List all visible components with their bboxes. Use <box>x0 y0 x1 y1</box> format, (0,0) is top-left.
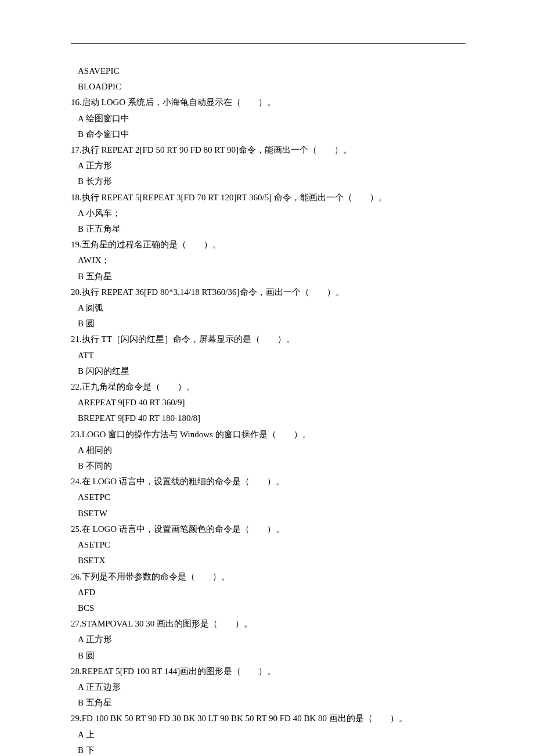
option-line: B 不同的 <box>71 458 463 474</box>
option-line: ATT <box>71 348 463 363</box>
option-line: A 圆弧 <box>71 300 463 316</box>
option-line: BREPEAT 9[FD 40 RT 180-180/8] <box>71 411 463 426</box>
option-line: AWJX； <box>71 253 463 268</box>
option-line: ASAVEPIC <box>71 63 463 79</box>
question-line: 24.在 LOGO 语言中，设置线的粗细的命令是（ ）。 <box>71 474 463 489</box>
option-line: BSETX <box>71 553 463 568</box>
question-line: 28.REPEAT 5[FD 100 RT 144]画出的图形是（ ）。 <box>71 664 463 679</box>
option-line: B 长方形 <box>71 174 463 189</box>
option-line: AFD <box>71 585 463 600</box>
option-line: B 圆 <box>71 316 463 332</box>
option-line: AREPEAT 9[FD 40 RT 360/9] <box>71 395 463 411</box>
option-line: B 五角星 <box>71 269 463 285</box>
option-line: A 上 <box>71 727 463 743</box>
horizontal-rule <box>71 43 466 44</box>
option-line: BSETW <box>71 506 463 521</box>
option-line: A 正方形 <box>71 158 463 174</box>
question-line: 18.执行 REPEAT 5[REPEAT 3[FD 70 RT 120]RT … <box>71 190 463 206</box>
option-line: A 相同的 <box>71 442 463 458</box>
question-line: 29.FD 100 BK 50 RT 90 FD 30 BK 30 LT 90 … <box>71 711 463 726</box>
question-line: 27.STAMPOVAL 30 30 画出的图形是（ ）。 <box>71 616 463 632</box>
option-line: B 五角星 <box>71 695 463 711</box>
option-line: B 下 <box>71 743 463 756</box>
option-line: A 正五边形 <box>71 679 463 695</box>
question-line: 23.LOGO 窗口的操作方法与 Windows 的窗口操作是（ ）。 <box>71 427 463 442</box>
document-content: ASAVEPICBLOADPIC16.启动 LOGO 系统后，小海龟自动显示在（… <box>71 63 463 756</box>
option-line: BCS <box>71 600 463 616</box>
question-line: 17.执行 REPEAT 2[FD 50 RT 90 FD 80 RT 90]命… <box>71 142 463 158</box>
option-line: BLOADPIC <box>71 79 463 95</box>
option-line: B 命令窗口中 <box>71 127 463 142</box>
option-line: ASETPC <box>71 537 463 553</box>
option-line: B 圆 <box>71 648 463 664</box>
document-page: ASAVEPICBLOADPIC16.启动 LOGO 系统后，小海龟自动显示在（… <box>0 0 534 756</box>
question-line: 21.执行 TT［闪闪的红星］命令，屏幕显示的是（ ）。 <box>71 332 463 347</box>
option-line: A 正方形 <box>71 632 463 647</box>
option-line: ASETPC <box>71 489 463 505</box>
question-line: 26.下列是不用带参数的命令是（ ）。 <box>71 569 463 585</box>
question-line: 22.正九角星的命令是（ ）。 <box>71 379 463 395</box>
question-line: 25.在 LOGO 语言中，设置画笔颜色的命令是（ ）。 <box>71 521 463 537</box>
question-line: 20.执行 REPEAT 36[FD 80*3.14/18 RT360/36]命… <box>71 285 463 300</box>
option-line: A 小风车； <box>71 206 463 221</box>
option-line: B 闪闪的红星 <box>71 363 463 379</box>
question-line: 19.五角星的过程名正确的是（ ）。 <box>71 237 463 253</box>
question-line: 16.启动 LOGO 系统后，小海龟自动显示在（ ）。 <box>71 95 463 110</box>
option-line: A 绘图窗口中 <box>71 111 463 127</box>
option-line: B 正五角星 <box>71 221 463 237</box>
